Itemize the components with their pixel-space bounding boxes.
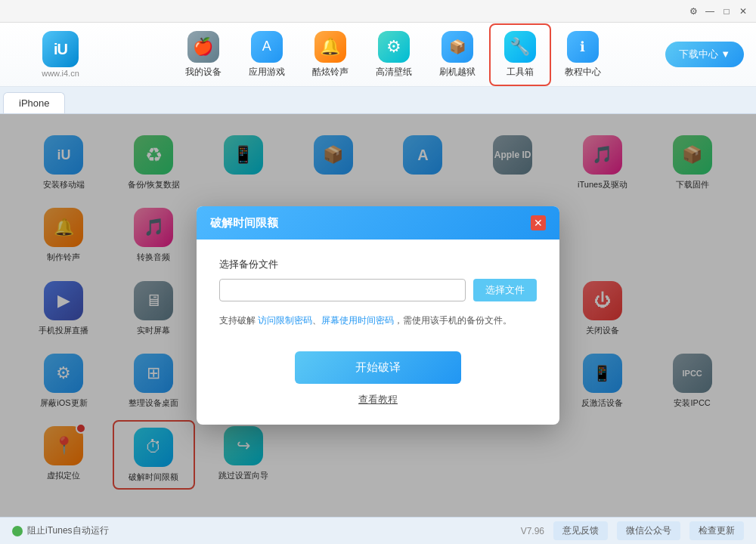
modal-actions: 开始破译 查看教程 bbox=[219, 351, 537, 406]
nav-wallpaper[interactable]: ⚙ 高清壁纸 bbox=[362, 25, 426, 85]
modal-hint: 支持破解 访问限制密码、屏幕使用时间密码，需使用该手机的备份文件。 bbox=[219, 314, 537, 328]
nav-jailbreak[interactable]: 📦 刷机越狱 bbox=[426, 25, 489, 85]
hint-link-access[interactable]: 访问限制密码 bbox=[258, 315, 312, 326]
logo-icon: iU bbox=[42, 31, 79, 67]
nav-my-device-icon: 🍎 bbox=[187, 31, 219, 63]
modal-title: 破解时间限额 bbox=[210, 216, 278, 230]
wechat-btn[interactable]: 微信公众号 bbox=[617, 521, 680, 540]
nav-wallpaper-label: 高清壁纸 bbox=[376, 66, 412, 79]
file-select-row: 选择文件 bbox=[219, 279, 537, 301]
nav-tutorials[interactable]: ℹ 教程中心 bbox=[551, 25, 615, 85]
minimize-btn[interactable]: — bbox=[702, 3, 718, 20]
maximize-btn[interactable]: □ bbox=[718, 3, 735, 20]
select-file-btn[interactable]: 选择文件 bbox=[473, 279, 537, 301]
close-btn[interactable]: ✕ bbox=[735, 3, 751, 20]
modal-section-label: 选择备份文件 bbox=[219, 258, 537, 271]
file-input[interactable] bbox=[219, 279, 466, 301]
modal-header: 破解时间限额 ✕ bbox=[197, 206, 559, 240]
modal-dialog: 破解时间限额 ✕ 选择备份文件 选择文件 支持破解 访问限制密码、屏幕使用时间密… bbox=[197, 206, 559, 424]
status-left: 阻止iTunes自动运行 bbox=[12, 524, 109, 537]
modal-overlay: 破解时间限额 ✕ 选择备份文件 选择文件 支持破解 访问限制密码、屏幕使用时间密… bbox=[0, 114, 756, 517]
nav-tutorials-label: 教程中心 bbox=[565, 66, 601, 79]
logo-url: www.i4.cn bbox=[42, 69, 79, 78]
nav-app-games-icon: A bbox=[251, 31, 283, 63]
nav-my-device-label: 我的设备 bbox=[185, 66, 222, 79]
version-text: V7.96 bbox=[521, 526, 544, 536]
modal-close-btn[interactable]: ✕ bbox=[531, 215, 546, 230]
hint-link-screen[interactable]: 屏幕使用时间密码 bbox=[321, 315, 394, 326]
settings-btn[interactable]: ⚙ bbox=[685, 3, 702, 20]
status-right: V7.96 意见反馈 微信公众号 检查更新 bbox=[521, 521, 744, 540]
nav-app-games[interactable]: A 应用游戏 bbox=[235, 25, 299, 85]
iphone-tab[interactable]: iPhone bbox=[3, 92, 65, 113]
nav-my-device[interactable]: 🍎 我的设备 bbox=[172, 25, 235, 85]
start-decrypt-btn[interactable]: 开始破译 bbox=[295, 351, 461, 384]
check-update-btn[interactable]: 检查更新 bbox=[689, 521, 744, 540]
nav-ringtones-icon: 🔔 bbox=[314, 31, 346, 63]
title-bar: ⚙ — □ ✕ bbox=[0, 0, 756, 23]
tutorial-link[interactable]: 查看教程 bbox=[358, 393, 398, 406]
nav-jailbreak-icon: 📦 bbox=[442, 31, 473, 63]
header: iU www.i4.cn 🍎 我的设备 A 应用游戏 🔔 酷炫铃声 ⚙ 高清壁纸… bbox=[0, 23, 756, 87]
nav-ringtones[interactable]: 🔔 酷炫铃声 bbox=[299, 25, 362, 85]
nav-items: 🍎 我的设备 A 应用游戏 🔔 酷炫铃声 ⚙ 高清壁纸 📦 刷机越狱 🔧 工具箱 bbox=[121, 23, 665, 86]
main-content: iU 安装移动端 ♻ 备份/恢复数据 📱 📦 A Apple ID 🎵 iTun… bbox=[0, 114, 756, 517]
stop-itunes-label: 阻止iTunes自动运行 bbox=[27, 524, 109, 537]
download-center-btn[interactable]: 下载中心 ▼ bbox=[665, 42, 744, 67]
nav-toolbox-icon: 🔧 bbox=[504, 31, 536, 63]
nav-wallpaper-icon: ⚙ bbox=[378, 31, 410, 63]
nav-app-games-label: 应用游戏 bbox=[249, 66, 285, 79]
nav-ringtones-label: 酷炫铃声 bbox=[312, 66, 349, 79]
nav-toolbox-label: 工具箱 bbox=[507, 66, 534, 79]
status-dot bbox=[12, 526, 23, 536]
modal-body: 选择备份文件 选择文件 支持破解 访问限制密码、屏幕使用时间密码，需使用该手机的… bbox=[197, 240, 559, 424]
feedback-btn[interactable]: 意见反馈 bbox=[553, 521, 608, 540]
nav-jailbreak-label: 刷机越狱 bbox=[439, 66, 476, 79]
logo-area: iU www.i4.cn bbox=[0, 31, 121, 78]
nav-tutorials-icon: ℹ bbox=[567, 31, 599, 63]
status-bar: 阻止iTunes自动运行 V7.96 意见反馈 微信公众号 检查更新 bbox=[0, 517, 756, 544]
tab-bar: iPhone bbox=[0, 87, 756, 114]
nav-toolbox[interactable]: 🔧 工具箱 bbox=[489, 23, 551, 86]
